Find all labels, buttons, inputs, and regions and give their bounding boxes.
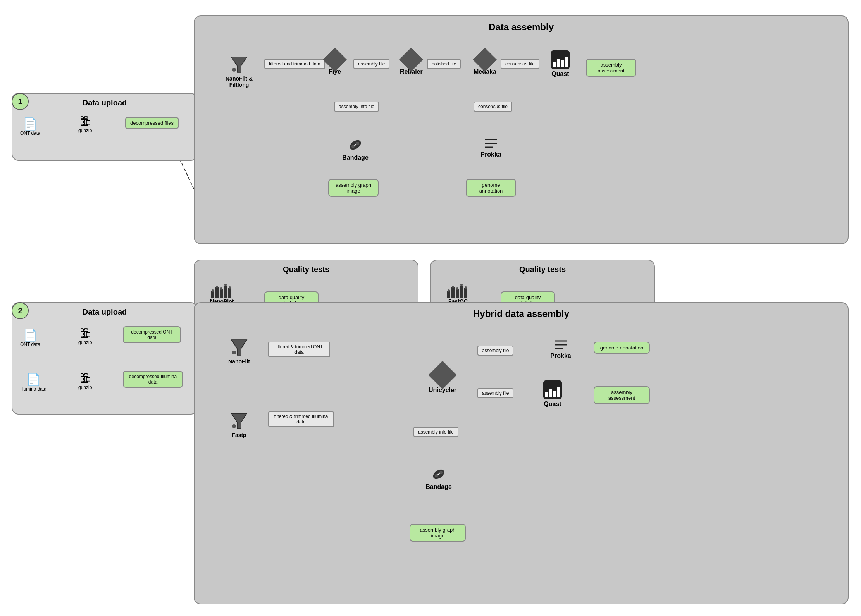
fastqc-node: FastQC <box>446 284 470 305</box>
svg-point-57 <box>216 286 218 288</box>
prokka-1-node: Prokka <box>474 136 508 158</box>
bandage-2-node: Bandage <box>417 466 460 490</box>
quast-1-node: Quast <box>551 50 570 77</box>
filtered-trimmed-box: filtered and trimmed data <box>264 59 325 69</box>
assembly-graph-image-2-box: assembly graph image <box>410 524 466 542</box>
quast-2-label: Quast <box>543 401 562 408</box>
svg-rect-51 <box>211 291 214 298</box>
funnel-icon-fastp <box>229 411 249 431</box>
data-upload-1-title: Data upload <box>83 98 127 107</box>
bandage-2-label: Bandage <box>417 484 460 490</box>
svg-rect-63 <box>456 289 459 298</box>
illumina-data-node: 📄 Illumina data <box>20 373 46 392</box>
bar4b <box>557 387 560 397</box>
bar1b <box>545 392 548 397</box>
quality-tests-1-title: Quality tests <box>283 265 329 274</box>
bandage-1-node: Bandage <box>334 136 377 161</box>
polished-file-box: polished file <box>427 59 461 69</box>
svg-point-59 <box>224 284 227 286</box>
nanofilt-2-label: NanoFilt <box>218 358 260 365</box>
badge-1: 1 <box>12 93 29 110</box>
quast-1-label: Quast <box>551 71 570 77</box>
bar2b <box>549 389 552 397</box>
prokka-2-label: Prokka <box>543 353 578 360</box>
assembly-info-file-1-box: assembly info file <box>334 102 379 112</box>
ont-data-1-label: ONT data <box>20 131 40 136</box>
genome-annotation-2-box: genome annotation <box>594 342 650 354</box>
assembly-assessment-1-box: assembly assessment <box>586 59 636 77</box>
svg-point-43 <box>232 68 236 72</box>
prokka-1-label: Prokka <box>474 151 508 158</box>
decompressed-ont-box: decompressed ONT data <box>123 326 181 343</box>
assembly-file-1-box: assembly file <box>353 59 389 69</box>
main-canvas: Data upload 📄 ONT data 🗜 gunzip decompre… <box>0 0 861 616</box>
bandage-2-icon <box>430 466 447 483</box>
consensus-file-2-box: consensus file <box>474 102 512 112</box>
data-upload-2-panel: Data upload 📄 ONT data 🗜 gunzip decompre… <box>12 302 198 415</box>
assembly-assessment-2-box: assembly assessment <box>594 386 650 404</box>
gunzip-1-icon: 🗜 <box>78 115 92 128</box>
nanoplot-node: NanoPlot <box>210 284 234 305</box>
fastp-label: Fastp <box>218 432 260 438</box>
prokka-2-node: Prokka <box>543 338 578 360</box>
flye-node: Flye <box>326 51 343 75</box>
bar1 <box>553 62 556 67</box>
quast-2-node: Quast <box>543 380 562 408</box>
gunzip-2-node: 🗜 gunzip <box>78 327 92 345</box>
bandage-1-label: Bandage <box>334 154 377 161</box>
bandage-1-icon <box>347 136 364 153</box>
nanofilt-filtlong-node: NanoFilt & Filtlong <box>218 55 260 88</box>
bar2 <box>557 59 560 67</box>
svg-rect-62 <box>451 287 455 298</box>
assembly-graph-image-1-box: assembly graph image <box>328 179 379 197</box>
svg-rect-55 <box>228 288 231 298</box>
gunzip-3-node: 🗜 gunzip <box>78 372 92 390</box>
bar4 <box>565 57 568 67</box>
quast-1-icon <box>551 50 570 69</box>
hybrid-assembly-panel: Hybrid data assembly NanoFilt filtered &… <box>194 302 849 604</box>
svg-point-67 <box>452 286 454 288</box>
svg-point-80 <box>435 474 438 477</box>
svg-point-74 <box>232 424 236 428</box>
medaka-node: Medaka <box>474 51 496 75</box>
gunzip-2-label: gunzip <box>78 340 92 345</box>
svg-rect-64 <box>460 286 463 298</box>
file-icon-ont-1: 📄 <box>20 117 40 131</box>
prokka-2-icon <box>553 338 568 352</box>
hybrid-assembly-title: Hybrid data assembly <box>473 308 569 319</box>
filtered-trimmed-illumina-box: filtered & trimmed Illumina data <box>268 411 334 427</box>
consensus-file-1-box: consensus file <box>501 59 539 69</box>
data-assembly-panel: Data assembly NanoFilt & Filtlong filter… <box>194 15 849 244</box>
svg-point-70 <box>465 286 467 289</box>
svg-point-66 <box>448 289 450 292</box>
gunzip-1-label: gunzip <box>78 128 92 133</box>
svg-rect-65 <box>464 288 467 298</box>
nanofilt-filtlong-label: NanoFilt & Filtlong <box>218 76 260 88</box>
svg-rect-61 <box>447 291 450 298</box>
nanoplot-icon <box>210 284 234 298</box>
svg-point-72 <box>232 351 236 354</box>
svg-rect-54 <box>224 286 227 298</box>
genome-annotation-1-box: genome annotation <box>466 179 516 197</box>
ont-data-1-node: 📄 ONT data <box>20 117 40 136</box>
ont-data-2-node: 📄 ONT data <box>20 328 40 347</box>
data-assembly-title: Data assembly <box>489 22 554 33</box>
funnel-icon-2 <box>229 338 249 357</box>
unicycler-node: Unicycler <box>423 365 462 394</box>
svg-rect-52 <box>215 287 219 298</box>
assembly-file-3-box: assembly file <box>477 388 513 398</box>
bar3 <box>561 60 564 67</box>
svg-point-47 <box>356 142 359 145</box>
data-upload-2-title: Data upload <box>83 308 127 317</box>
file-icon-illumina: 📄 <box>20 373 46 386</box>
ont-data-2-label: ONT data <box>20 342 40 347</box>
assembly-info-file-2-box: assembly info file <box>413 427 458 437</box>
decompressed-illumina-box: decompressed Illumina data <box>123 371 183 388</box>
gunzip-3-label: gunzip <box>78 385 92 390</box>
svg-point-56 <box>212 289 214 292</box>
quality-tests-2-title: Quality tests <box>519 265 566 274</box>
filtered-trimmed-ont-box: filtered & trimmed ONT data <box>268 342 330 357</box>
unicycler-diamond <box>428 361 457 389</box>
decompressed-files-box: decompressed files <box>125 117 179 129</box>
svg-point-60 <box>229 286 231 289</box>
